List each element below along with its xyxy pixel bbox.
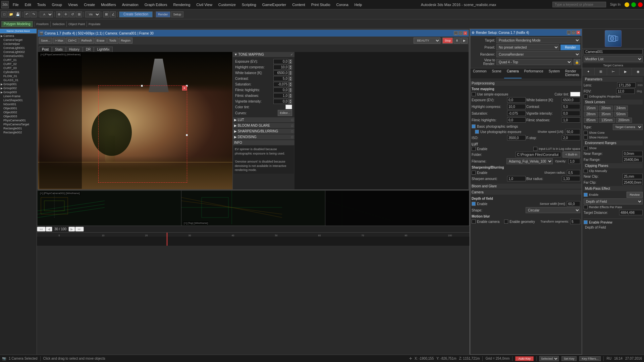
render-minimize-btn[interactable]: _ xyxy=(454,31,458,35)
render-stop-btn[interactable]: Stop xyxy=(442,38,453,44)
setup-maximize-btn[interactable]: □ xyxy=(572,31,576,35)
contrast-input[interactable] xyxy=(273,76,288,81)
fov-input[interactable] xyxy=(616,88,635,94)
transform-segs-input[interactable] xyxy=(570,219,580,224)
highlight-down-btn[interactable]: ▼ xyxy=(289,67,292,70)
menu-animation[interactable]: Animation xyxy=(119,2,141,7)
bloom-section-header[interactable]: Bloom and Glare xyxy=(470,184,582,189)
tree-item-corona-sun[interactable]: CoronaSun001 xyxy=(0,54,37,58)
create-selection-btn[interactable]: Create Selection xyxy=(119,11,153,17)
render-tab-history[interactable]: History xyxy=(66,47,83,52)
vignette-setup-input[interactable] xyxy=(562,111,580,116)
filmic-s-setup-input[interactable] xyxy=(562,117,580,123)
signin-btn[interactable]: Sign In xyxy=(608,3,623,6)
search-input[interactable] xyxy=(552,2,606,7)
tl-next-btn[interactable]: ▶ xyxy=(68,227,75,232)
lens-85mm[interactable]: 85mm xyxy=(584,118,598,123)
view-select[interactable]: Quad 4 - Top xyxy=(496,59,572,65)
saturation-input[interactable] xyxy=(273,82,288,87)
tree-item-group3[interactable]: ▶Group003 xyxy=(0,90,37,94)
viewport-bottom-camera[interactable]: [+] [PhysCamera001] [Wireframe] xyxy=(38,191,181,226)
tree-item-obj2[interactable]: Object002 xyxy=(0,110,37,114)
tree-item-corona1[interactable]: CoronaLight001 xyxy=(0,46,37,50)
cmd-tab-display[interactable]: ◉ xyxy=(632,68,644,75)
contrast-setup-input[interactable] xyxy=(562,104,580,109)
render-tools-btn[interactable]: Tools xyxy=(107,38,118,44)
tree-item-line-shape[interactable]: LineShape001 xyxy=(0,98,37,102)
render-tab-stats[interactable]: Stats xyxy=(52,47,66,52)
lut-enable-checkbox[interactable] xyxy=(472,147,476,151)
highlight-setup-input[interactable] xyxy=(507,104,526,109)
tab-common[interactable]: Common xyxy=(470,68,489,78)
enable-geometry-checkbox[interactable] xyxy=(504,220,508,224)
tree-item-line4[interactable]: Line4-Frame xyxy=(0,94,37,98)
tree-item-ngon[interactable]: NGon001 xyxy=(0,102,37,106)
vignette-input[interactable] xyxy=(273,99,288,104)
selected-select[interactable]: Selected xyxy=(539,356,559,361)
filmic-h-setup-input[interactable] xyxy=(507,117,526,123)
lut-header[interactable]: ▶ LUT □ xyxy=(233,117,294,122)
modifier-list-select[interactable]: Modifier List xyxy=(584,56,643,62)
tab-camera[interactable]: Camera xyxy=(504,68,522,78)
sharpening-header[interactable]: ▶ SHARPENING/BLURRING □ xyxy=(233,129,294,134)
sharpen-amount-input[interactable] xyxy=(507,176,526,181)
tree-item-cylinder[interactable]: Cylinder001 xyxy=(0,70,37,74)
use-photographic-checkbox[interactable] xyxy=(475,130,479,134)
shape-select[interactable]: Circular xyxy=(526,207,580,213)
save-btn[interactable]: 💾 xyxy=(15,11,21,17)
tab-system[interactable]: System xyxy=(546,68,562,78)
menu-help[interactable]: Help xyxy=(352,2,365,7)
orthographic-checkbox[interactable] xyxy=(584,95,588,99)
sharpening-enable-checkbox[interactable] xyxy=(472,171,476,175)
lut-builtin-btn[interactable]: < Built-in xyxy=(562,152,580,158)
contrast-up-btn[interactable]: ▲ xyxy=(289,76,292,79)
lut-folder-input[interactable] xyxy=(516,152,561,157)
lens-35mm[interactable]: 35mm xyxy=(599,112,613,117)
render-effects-checkbox[interactable] xyxy=(584,205,588,209)
lens-28mm[interactable]: 28mm xyxy=(584,112,598,117)
lens-input[interactable] xyxy=(617,82,636,88)
tone-mapping-header[interactable]: ▼ TONE MAPPING ✓ xyxy=(233,52,294,57)
render-tab-post[interactable]: Post xyxy=(39,47,52,52)
tree-item-group1[interactable]: ▶Group001 xyxy=(0,82,37,86)
menu-print-studio[interactable]: Print Studio xyxy=(309,2,333,7)
tree-item-circle[interactable]: CircleHelper xyxy=(0,42,37,46)
tree-item-camera-target[interactable]: CameraTarget xyxy=(0,38,37,42)
setup-minimize-btn[interactable]: _ xyxy=(567,31,571,35)
selection-handle-mr[interactable] xyxy=(186,134,188,136)
menu-graph-editors[interactable]: Graph Editors xyxy=(142,2,170,7)
render-main-btn[interactable]: Render xyxy=(560,45,580,50)
selection-handle-tm[interactable] xyxy=(141,85,143,87)
filter-select[interactable]: All xyxy=(40,11,53,17)
exposure-ev-setup-input[interactable] xyxy=(507,97,526,103)
lut-opacity-input[interactable] xyxy=(569,159,580,164)
render-arrow-btn[interactable]: > Max xyxy=(53,38,65,44)
tl-next-frame-btn[interactable]: ⏭ xyxy=(75,227,84,232)
cmd-tab-create[interactable]: ✦ xyxy=(582,68,595,75)
fstop-input[interactable] xyxy=(562,135,580,140)
camera-name-input[interactable] xyxy=(584,49,643,54)
tab-performance[interactable]: Performance xyxy=(522,68,546,78)
vi-down-btn[interactable]: ▼ xyxy=(289,102,292,104)
target-distance-input[interactable] xyxy=(619,210,643,215)
fh-up-btn[interactable]: ▲ xyxy=(289,88,292,90)
tree-item-obj1[interactable]: Object001 xyxy=(0,106,37,110)
timeline-playhead[interactable] xyxy=(167,233,167,246)
denoising-header[interactable]: ▶ DENOISING □ xyxy=(233,134,294,139)
iso-input[interactable] xyxy=(507,135,526,140)
wb-down-btn[interactable]: ▼ xyxy=(289,73,292,75)
dof-enable-checkbox[interactable] xyxy=(472,202,476,206)
tree-item-camera[interactable]: ▶Camera xyxy=(0,34,37,38)
tree-item-rect2[interactable]: Rectangle002 xyxy=(0,130,37,134)
render-refresh-btn[interactable]: Refresh xyxy=(79,38,94,44)
highlight-up-btn[interactable]: ▲ xyxy=(289,65,292,67)
env-show-checkbox[interactable] xyxy=(584,146,588,150)
saturation-up-btn[interactable]: ▲ xyxy=(289,82,292,84)
sensor-width-input[interactable] xyxy=(567,201,580,206)
tab-render-elements[interactable]: Render Elements xyxy=(562,68,582,78)
blur-radius-input[interactable] xyxy=(562,176,580,181)
tab-name[interactable]: Name (Sorted Asce xyxy=(0,29,37,34)
render-tab-dr[interactable]: DR xyxy=(83,47,94,52)
menu-civil-view[interactable]: Civil View xyxy=(194,2,215,7)
postprocessing-section-header[interactable]: Postprocessing xyxy=(470,81,582,86)
